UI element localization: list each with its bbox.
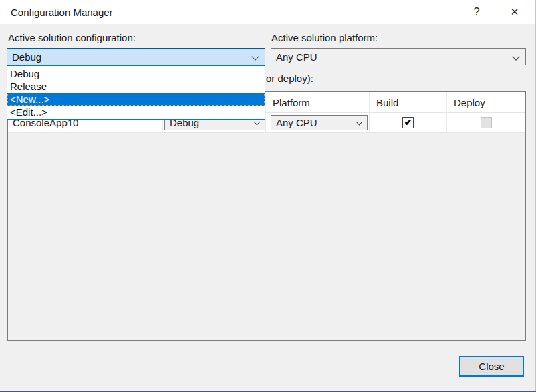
configuration-dropdown-list: Debug Release <New...> <Edit...> [7, 65, 265, 120]
dropdown-item-release[interactable]: Release [7, 80, 265, 93]
chevron-down-icon [356, 119, 363, 126]
active-solution-configuration-combobox[interactable]: Debug [7, 48, 265, 65]
dropdown-item-edit[interactable]: <Edit...> [7, 106, 265, 118]
label-text: Active solution [271, 32, 339, 43]
close-icon: ✕ [511, 6, 519, 18]
combobox-value: Any CPU [276, 51, 317, 63]
project-contexts-label-visible: or deploy): [266, 73, 313, 84]
dropdown-item-debug[interactable]: Debug [7, 67, 265, 80]
row-platform-combobox[interactable]: Any CPU [271, 115, 368, 130]
active-solution-platform-combobox[interactable]: Any CPU [271, 48, 526, 65]
col-header-build: Build [370, 92, 447, 112]
chevron-down-icon [512, 53, 519, 60]
label-text: Active solution [8, 32, 76, 43]
titlebar: Configuration Manager ? ✕ [0, 0, 536, 24]
col-header-platform: Platform [266, 92, 370, 112]
close-button[interactable]: Close [459, 356, 524, 377]
window-title: Configuration Manager [11, 0, 113, 24]
dropdown-item-new[interactable]: <New...> [7, 93, 265, 106]
chevron-down-icon [251, 53, 259, 60]
deploy-cell [447, 113, 525, 132]
combobox-value: Debug [12, 51, 41, 63]
accelerator-letter: p [339, 32, 344, 43]
label-text: onfiguration: [80, 32, 136, 43]
col-header-deploy: Deploy [447, 92, 525, 112]
label-text: latform: [344, 32, 378, 43]
help-button[interactable]: ? [465, 1, 488, 23]
platform-cell: Any CPU [266, 113, 370, 132]
combobox-value: Any CPU [276, 117, 317, 128]
build-checkbox[interactable]: ✔ [402, 117, 414, 128]
help-icon: ? [473, 5, 479, 19]
active-solution-configuration-label: Active solution configuration: [8, 32, 136, 43]
project-contexts-table: Platform Build Deploy ConsoleApp10 Debug… [7, 91, 526, 341]
titlebar-close-button[interactable]: ✕ [503, 1, 526, 23]
check-icon: ✔ [404, 118, 412, 128]
deploy-checkbox [481, 117, 492, 128]
build-cell: ✔ [370, 113, 447, 132]
active-solution-platform-label: Active solution platform: [271, 32, 378, 43]
